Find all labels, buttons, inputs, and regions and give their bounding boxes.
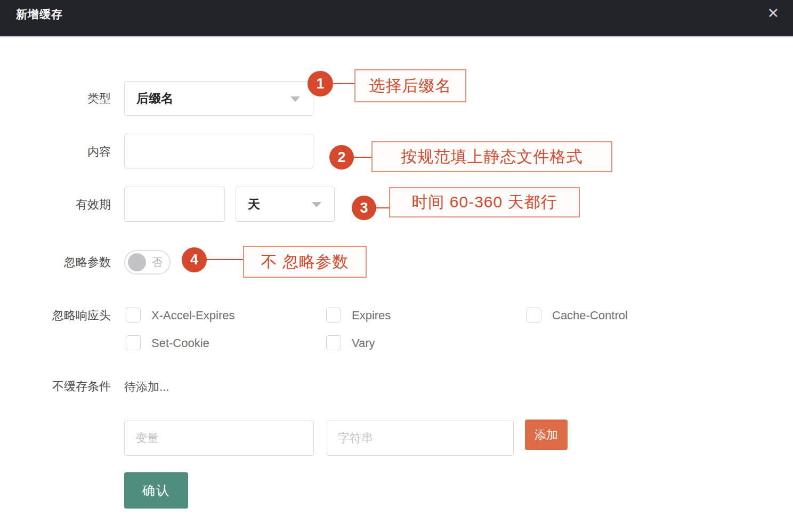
annotation-label-2: 按规范填上静态文件格式: [371, 141, 612, 172]
content-label: 内容: [0, 145, 111, 159]
annotation-badge-1: 1: [308, 71, 333, 96]
checkbox-label-x-accel-expires: X-Accel-Expires: [151, 308, 234, 323]
annotation-label-4: 不 忽略参数: [243, 246, 367, 278]
annotation-badge-2: 2: [329, 145, 354, 170]
close-icon[interactable]: ✕: [767, 5, 779, 22]
add-cache-dialog: 新增缓存 ✕ 类型 后缀名 1 选择后缀名 内容 2 按规范填上静态文件格式 有…: [0, 0, 793, 532]
toggle-state-text: 否: [152, 251, 163, 273]
checkbox-expires[interactable]: [326, 308, 341, 323]
ignore-headers-label: 忽略响应头: [0, 309, 111, 323]
string-input[interactable]: [327, 421, 514, 456]
annotation-connector-3: [375, 207, 390, 208]
chevron-down-icon: [312, 202, 321, 207]
checkbox-label-cache-control: Cache-Control: [552, 308, 628, 323]
validity-label: 有效期: [0, 198, 111, 212]
dialog-title: 新增缓存: [16, 7, 63, 22]
checkbox-label-set-cookie: Set-Cookie: [151, 336, 209, 351]
annotation-connector-4: [206, 259, 243, 260]
variable-input[interactable]: [124, 421, 314, 456]
add-button[interactable]: 添加: [525, 420, 568, 450]
dialog-titlebar: 新增缓存 ✕: [0, 0, 793, 37]
checkbox-set-cookie[interactable]: [126, 335, 141, 350]
annotation-badge-3: 3: [352, 196, 376, 220]
annotation-label-1: 选择后缀名: [354, 69, 466, 102]
type-select-value: 后缀名: [136, 82, 173, 115]
validity-unit-value: 天: [248, 187, 260, 221]
chevron-down-icon: [290, 96, 300, 102]
validity-unit-select[interactable]: 天: [236, 187, 335, 222]
no-cache-pending-text: 待添加...: [124, 380, 169, 394]
type-label: 类型: [0, 92, 111, 106]
checkbox-x-accel-expires[interactable]: [126, 308, 141, 323]
confirm-button[interactable]: 确认: [124, 472, 188, 509]
annotation-badge-4: 4: [182, 247, 207, 272]
checkbox-cache-control[interactable]: [527, 308, 541, 323]
annotation-label-3: 时间 60-360 天都行: [389, 187, 580, 217]
checkbox-vary[interactable]: [326, 335, 341, 350]
toggle-knob: [128, 253, 146, 271]
checkbox-label-vary: Vary: [352, 336, 375, 351]
ignore-params-label: 忽略参数: [0, 255, 111, 269]
annotation-connector-2: [353, 157, 372, 158]
no-cache-label: 不缓存条件: [0, 380, 111, 393]
type-select[interactable]: 后缀名: [124, 81, 313, 116]
validity-input[interactable]: [124, 187, 225, 222]
annotation-connector-1: [332, 83, 355, 84]
ignore-params-toggle[interactable]: 否: [124, 250, 171, 275]
content-input[interactable]: [124, 134, 313, 168]
checkbox-label-expires: Expires: [352, 308, 391, 323]
